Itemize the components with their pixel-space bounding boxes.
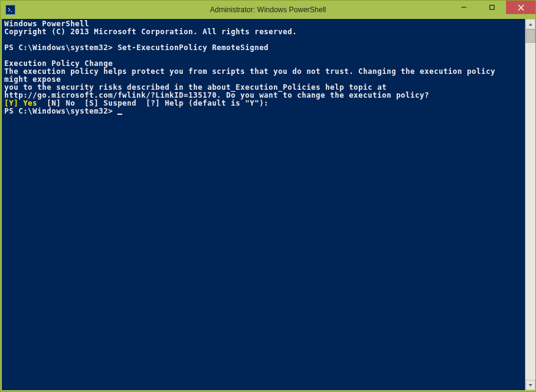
- choice-yes: [Y] Yes: [4, 99, 37, 107]
- command-text: Set-ExecutionPolicy RemoteSigned: [117, 43, 268, 52]
- minimize-button[interactable]: [450, 1, 478, 14]
- warning-body: The execution policy helps protect you f…: [4, 67, 500, 100]
- scrollbar-thumb[interactable]: [526, 29, 535, 43]
- banner-line: Windows PowerShell: [4, 20, 89, 28]
- scroll-up-button[interactable]: [526, 19, 535, 29]
- scroll-down-button[interactable]: [526, 380, 535, 390]
- window-controls: [450, 1, 535, 14]
- terminal-area: Windows PowerShell Copyright (C) 2013 Mi…: [1, 19, 535, 391]
- prompt: PS C:\Windows\system32>: [4, 43, 117, 52]
- choice-options: [N] No [S] Suspend [?] Help (default is …: [37, 99, 269, 107]
- close-button[interactable]: [506, 1, 535, 14]
- cursor: [117, 114, 122, 115]
- vertical-scrollbar[interactable]: [525, 19, 535, 390]
- titlebar[interactable]: Administrator: Windows PowerShell: [1, 1, 535, 19]
- maximize-button[interactable]: [478, 1, 506, 14]
- powershell-window: Administrator: Windows PowerShell Window…: [0, 0, 536, 392]
- banner-line: Copyright (C) 2013 Microsoft Corporation…: [4, 27, 297, 36]
- scrollbar-track[interactable]: [526, 29, 535, 380]
- prompt: PS C:\Windows\system32>: [4, 107, 117, 115]
- terminal-output[interactable]: Windows PowerShell Copyright (C) 2013 Mi…: [2, 19, 525, 390]
- warning-heading: Execution Policy Change: [4, 59, 113, 68]
- window-title: Administrator: Windows PowerShell: [210, 5, 326, 14]
- powershell-icon: [6, 5, 15, 15]
- svg-rect-3: [490, 5, 494, 10]
